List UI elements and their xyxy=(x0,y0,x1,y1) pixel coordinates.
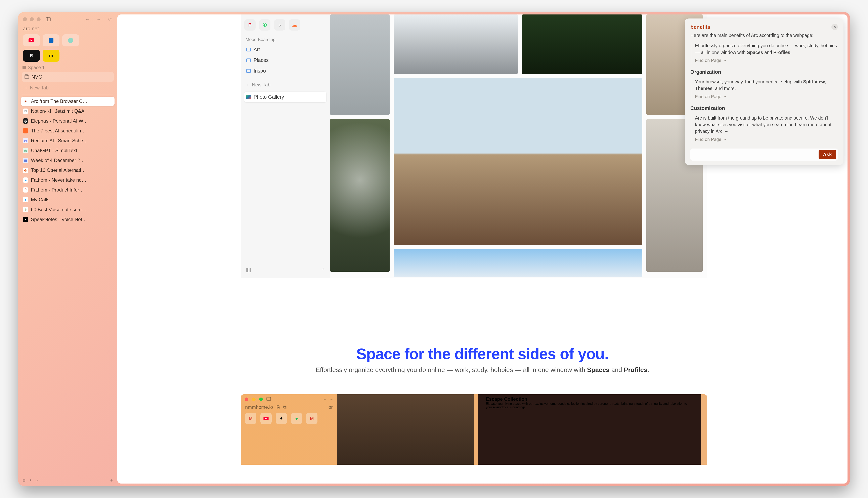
folder-icon xyxy=(246,69,251,73)
sidebar-toggle-icon[interactable] xyxy=(266,397,271,402)
tab-item[interactable]: ✦Arc from The Browser C… xyxy=(21,97,115,106)
zoom-dot[interactable] xyxy=(37,17,41,21)
copy-icon[interactable]: ⧉ xyxy=(283,404,286,410)
tab-item[interactable]: The 7 best AI schedulin… xyxy=(21,126,115,135)
tab-label: ChatGPT - SimpliText xyxy=(31,148,77,153)
tab-item[interactable]: ➤Fathom - Never take no… xyxy=(21,175,115,185)
find-on-page-link[interactable]: Find on Page→ xyxy=(695,58,838,63)
inset-folder-label: Places xyxy=(254,57,269,63)
tab-item[interactable]: ◷Reclaim AI | Smart Sche… xyxy=(21,136,115,145)
minimize-dot[interactable] xyxy=(30,17,34,21)
gallery-image[interactable] xyxy=(522,14,642,74)
gallery-image[interactable] xyxy=(330,14,390,115)
pinned-m-app[interactable]: m xyxy=(43,50,59,62)
inset-active-tab[interactable]: Photo Gallery xyxy=(244,92,326,102)
inset-library-icon[interactable]: ▥ xyxy=(246,266,251,273)
inset-app-pinterest[interactable]: P xyxy=(244,19,256,30)
folder-nvc[interactable]: NVC xyxy=(22,72,114,82)
inset2-text: Escape Collection Elevate your living sp… xyxy=(478,394,701,464)
footer-plus-icon[interactable]: + xyxy=(110,477,113,483)
link-icon[interactable]: ⎘ xyxy=(277,404,280,410)
page-scroll[interactable]: P✆♪☁ Mood Boarding ArtPlacesInspo + New … xyxy=(117,14,847,484)
tab-label: Week of 4 December 2… xyxy=(31,158,85,163)
gallery-image[interactable] xyxy=(393,249,642,277)
pinned-app[interactable]: ✦ xyxy=(276,413,287,424)
pinned-youtube[interactable] xyxy=(261,413,272,424)
arc-window: ← → ⟳ arc.net in R m Space 1 NVC + New T… xyxy=(18,12,850,486)
hero-sub-bold: Profiles xyxy=(624,366,647,374)
app-icon: ✦ xyxy=(279,416,283,421)
tab-item[interactable]: NNotion-KI | Jetzt mit Q&A xyxy=(21,106,115,116)
gallery-image[interactable] xyxy=(330,119,390,272)
favicon: ✼ xyxy=(23,207,28,212)
devtools-icon[interactable]: ⟨⟩ xyxy=(35,478,38,482)
traffic-lights[interactable] xyxy=(23,17,41,21)
inset-folder-item[interactable]: Art xyxy=(244,44,326,55)
tab-item[interactable]: PFathom - Product Infor… xyxy=(21,185,115,195)
inset-folder-item[interactable]: Places xyxy=(244,55,326,66)
pinned-app[interactable] xyxy=(62,34,79,47)
close-dot[interactable] xyxy=(23,17,27,21)
url-bar[interactable]: arc.net xyxy=(18,25,117,34)
hero-title: Space for the different sides of you. xyxy=(117,345,847,363)
inset-new-tab-label: New Tab xyxy=(252,82,270,88)
tab-item[interactable]: ✼60 Best Voice note sum… xyxy=(21,205,115,214)
pinned-gmail[interactable]: M xyxy=(306,413,318,424)
tab-item[interactable]: ◑Elephas - Personal AI W… xyxy=(21,116,115,126)
sidebar-toggle-icon[interactable] xyxy=(44,16,52,23)
section-organization: Organization xyxy=(690,69,838,75)
new-tab-button[interactable]: + New Tab xyxy=(22,83,114,93)
hero-section: Space for the different sides of you. Ef… xyxy=(117,345,847,374)
back-icon[interactable]: ← xyxy=(84,16,91,23)
tab-label: Notion-KI | Jetzt mit Q&A xyxy=(31,108,84,114)
inset-plus-icon[interactable]: + xyxy=(322,266,325,273)
inset-app-whatsapp[interactable]: ✆ xyxy=(259,19,270,30)
pinned-gmail[interactable]: M xyxy=(245,413,256,424)
find-on-page-link[interactable]: Find on Page→ xyxy=(695,94,838,99)
reload-icon[interactable]: ⟳ xyxy=(106,16,114,23)
favicon: ◐ xyxy=(23,168,28,173)
inset-app-soundcloud[interactable]: ☁ xyxy=(289,19,300,30)
tab-item[interactable]: ➤My Calls xyxy=(21,195,115,205)
find-label: Find on Page xyxy=(695,58,721,63)
plus-icon: + xyxy=(25,85,28,90)
tab-label: Top 10 Otter.ai Alternati… xyxy=(31,167,86,173)
tab-item[interactable]: ■SpeakNotes - Voice Not… xyxy=(21,215,115,224)
tab-label: Fathom - Product Infor… xyxy=(31,187,84,193)
benefit-block-3: Arc is built from the ground up to be pr… xyxy=(691,114,838,143)
tab-item[interactable]: ▤Week of 4 December 2… xyxy=(21,156,115,165)
inset-new-tab[interactable]: + New Tab xyxy=(244,79,326,90)
benefit-text: Arc is built from the ground up to be pr… xyxy=(695,115,838,135)
gmail-icon: M xyxy=(249,416,253,421)
tab-item[interactable]: ◐Top 10 Otter.ai Alternati… xyxy=(21,166,115,175)
ask-button[interactable]: Ask xyxy=(818,150,836,159)
gallery-image[interactable] xyxy=(393,78,642,245)
inset2-url-row[interactable]: nmmhome.io ⎘ ⧉ or xyxy=(241,404,337,413)
pinned-r-app[interactable]: R xyxy=(23,50,40,62)
space-label[interactable]: Space 1 xyxy=(18,65,117,71)
soundcloud-icon: ☁ xyxy=(292,22,297,28)
inset-folder-item[interactable]: Inspo xyxy=(244,66,326,76)
pinned-youtube[interactable] xyxy=(23,34,40,47)
pinned-spotify[interactable]: ● xyxy=(291,413,302,424)
forward-icon[interactable]: → xyxy=(330,397,333,401)
pinned-linkedin[interactable]: in xyxy=(43,34,59,47)
find-on-page-link[interactable]: Find on Page→ xyxy=(695,137,838,142)
plus-icon: + xyxy=(246,82,249,88)
t-bold: Profiles xyxy=(773,50,790,55)
pinterest-icon: P xyxy=(248,22,252,28)
forward-icon[interactable]: → xyxy=(95,16,103,23)
whatsapp-icon: ✆ xyxy=(263,22,267,28)
minimize-dot[interactable] xyxy=(252,397,256,401)
back-icon[interactable]: ← xyxy=(323,397,326,401)
gallery-image[interactable] xyxy=(393,14,518,74)
library-icon[interactable]: ▥ xyxy=(23,478,26,482)
bookmark-icon[interactable]: ✦ xyxy=(29,478,32,482)
ask-input[interactable] xyxy=(693,150,816,159)
favicon: N xyxy=(23,108,28,114)
inset-app-tiktok[interactable]: ♪ xyxy=(274,19,285,30)
tab-item[interactable]: ◎ChatGPT - SimpliText xyxy=(21,146,115,155)
close-icon[interactable]: ✕ xyxy=(831,24,838,30)
close-dot[interactable] xyxy=(245,397,248,401)
zoom-dot[interactable] xyxy=(259,397,263,401)
